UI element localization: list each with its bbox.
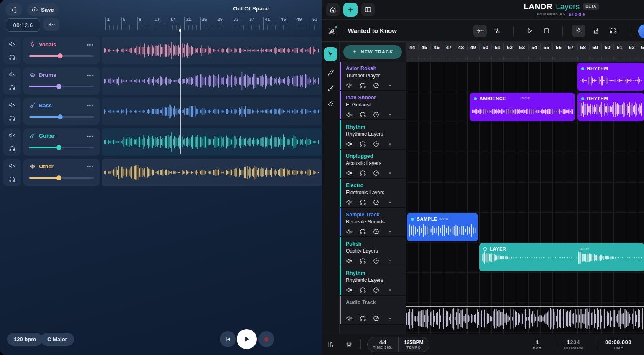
slider-handle[interactable]: [58, 114, 63, 120]
track-row-electro[interactable]: Electro Electronic Layers: [340, 179, 406, 208]
track-card[interactable]: Vocals •••: [23, 37, 100, 64]
brush-tool-icon[interactable]: [327, 84, 335, 92]
volume-slider[interactable]: [29, 53, 94, 59]
mute-icon[interactable]: [346, 111, 353, 118]
solo-headphones-icon[interactable]: [9, 145, 15, 152]
save-button[interactable]: Save: [27, 3, 59, 16]
pan-knob-icon[interactable]: [373, 287, 380, 294]
slider-handle[interactable]: [58, 53, 63, 59]
solo-headphones-icon[interactable]: [359, 170, 366, 177]
mute-icon[interactable]: [9, 71, 15, 78]
pan-knob-icon[interactable]: [373, 315, 380, 322]
slider-handle[interactable]: [56, 84, 62, 89]
track-row-unplugged[interactable]: Unplugged Acoustic Layers: [340, 150, 406, 179]
track-row-rhythm[interactable]: Rhythm Rhythmic Layers: [340, 120, 406, 150]
solo-headphones-icon[interactable]: [359, 140, 366, 147]
mute-icon[interactable]: [9, 101, 15, 108]
skip-to-start-button[interactable]: [220, 331, 236, 347]
slider-handle[interactable]: [56, 175, 62, 181]
waveform-lane[interactable]: [102, 159, 322, 186]
bar-ruler[interactable]: 4445464748495051525354555657585960616263: [406, 42, 644, 62]
home-button[interactable]: [326, 3, 340, 16]
library-icon[interactable]: [327, 341, 335, 349]
mute-icon[interactable]: [346, 140, 353, 147]
pan-knob-icon[interactable]: [373, 257, 380, 264]
follow-playhead-toggle[interactable]: [473, 25, 487, 37]
track-menu-button[interactable]: •••: [87, 164, 94, 169]
pan-knob-icon[interactable]: [373, 140, 380, 147]
exit-button[interactable]: [6, 3, 22, 16]
track-row-sample-track[interactable]: Sample Track Recreate Sounds: [340, 208, 406, 237]
mute-icon[interactable]: [346, 199, 353, 206]
metronome-toggle[interactable]: [589, 25, 603, 37]
stop-button[interactable]: [540, 25, 553, 37]
mute-icon[interactable]: [346, 82, 353, 89]
pan-knob-icon[interactable]: [373, 82, 380, 89]
audio-track-waveform-clip[interactable]: [406, 306, 644, 331]
mute-icon[interactable]: [346, 257, 353, 264]
play-button[interactable]: [237, 329, 257, 349]
track-card[interactable]: Other •••: [23, 159, 100, 186]
clip-sample[interactable]: SAMPLE↓DAW: [407, 213, 478, 241]
mute-icon[interactable]: [346, 315, 353, 322]
clip-rhythm[interactable]: RHYTHM: [577, 63, 644, 91]
timeline-ruler[interactable]: 1591317212529333741454953: [103, 16, 322, 33]
volume-slider[interactable]: [29, 175, 94, 181]
solo-headphones-icon[interactable]: [9, 84, 15, 91]
new-project-button[interactable]: [343, 3, 358, 17]
solo-headphones-icon[interactable]: [9, 115, 15, 122]
solo-headphones-icon[interactable]: [9, 176, 15, 183]
mute-icon[interactable]: [346, 228, 353, 235]
track-row-avior-rokah[interactable]: Avior Rokah Trumpet Player: [340, 62, 406, 91]
pan-knob-icon[interactable]: [373, 111, 380, 118]
pan-knob-icon[interactable]: [373, 228, 380, 235]
track-menu-button[interactable]: •••: [87, 134, 94, 139]
loop-toggle[interactable]: [491, 25, 504, 37]
track-menu-button[interactable]: •••: [87, 73, 94, 78]
solo-headphones-icon[interactable]: [359, 315, 366, 322]
playhead[interactable]: [180, 30, 181, 154]
track-card[interactable]: Bass •••: [23, 98, 100, 125]
play-button[interactable]: [523, 25, 536, 37]
solo-headphones-icon[interactable]: [9, 54, 15, 61]
clip-layer[interactable]: LAYER↓DAW: [479, 243, 644, 271]
project-icon[interactable]: [327, 26, 337, 36]
follow-playhead-button[interactable]: [43, 18, 59, 31]
volume-slider[interactable]: [29, 114, 94, 120]
solo-headphones-icon[interactable]: [359, 257, 366, 264]
clip-grid[interactable]: RHYTHMAMBIENCE↓DAWRHYTHMSAMPLE↓DAWLAYER↓…: [406, 62, 644, 334]
tempo-pill[interactable]: 120 bpm: [7, 333, 43, 346]
track-menu-button[interactable]: •••: [87, 103, 94, 108]
key-pill[interactable]: C Major: [41, 333, 74, 346]
time-display[interactable]: 00:12.6: [6, 18, 40, 32]
volume-slider[interactable]: [29, 84, 94, 89]
solo-headphones-icon[interactable]: [359, 228, 366, 235]
clip-rhythm[interactable]: RHYTHM: [577, 93, 644, 121]
arrangement-timeline[interactable]: 4445464748495051525354555657585960616263…: [406, 42, 644, 334]
clip-ambience[interactable]: AMBIENCE↓DAW: [470, 93, 575, 121]
eraser-tool-icon[interactable]: [327, 100, 335, 107]
mixer-icon[interactable]: [345, 341, 353, 349]
tempo-cell[interactable]: 125BPM TEMPO: [398, 337, 429, 352]
slider-handle[interactable]: [56, 145, 62, 150]
track-card[interactable]: Drums •••: [23, 67, 100, 95]
pan-knob-icon[interactable]: [373, 199, 380, 206]
track-card[interactable]: Guitar •••: [23, 128, 100, 156]
track-row-audio-track[interactable]: Audio Track: [340, 296, 406, 325]
track-row-rhythm[interactable]: Rhythm Rhythmic Layers: [340, 266, 406, 296]
pencil-tool-icon[interactable]: [327, 69, 335, 76]
record-button[interactable]: [258, 331, 274, 347]
volume-slider[interactable]: [29, 145, 94, 150]
select-tool-button[interactable]: [324, 47, 337, 61]
mute-icon[interactable]: [346, 287, 353, 294]
track-row-idan-shneor[interactable]: Idan Shneor E. Guitarist: [340, 91, 406, 120]
solo-headphones-icon[interactable]: [359, 82, 366, 89]
timesig-tempo-pill[interactable]: 4/4 TIME SIG. 125BPM TEMPO: [367, 337, 429, 352]
track-row-polish[interactable]: Polish Quality Layers: [340, 237, 406, 266]
track-menu-button[interactable]: •••: [87, 42, 94, 47]
solo-headphones-icon[interactable]: [359, 199, 366, 206]
snap-magnet-toggle[interactable]: [572, 25, 585, 37]
layout-panels-button[interactable]: [361, 3, 375, 16]
waveform-lane[interactable]: [102, 128, 322, 156]
mute-icon[interactable]: [9, 41, 15, 47]
